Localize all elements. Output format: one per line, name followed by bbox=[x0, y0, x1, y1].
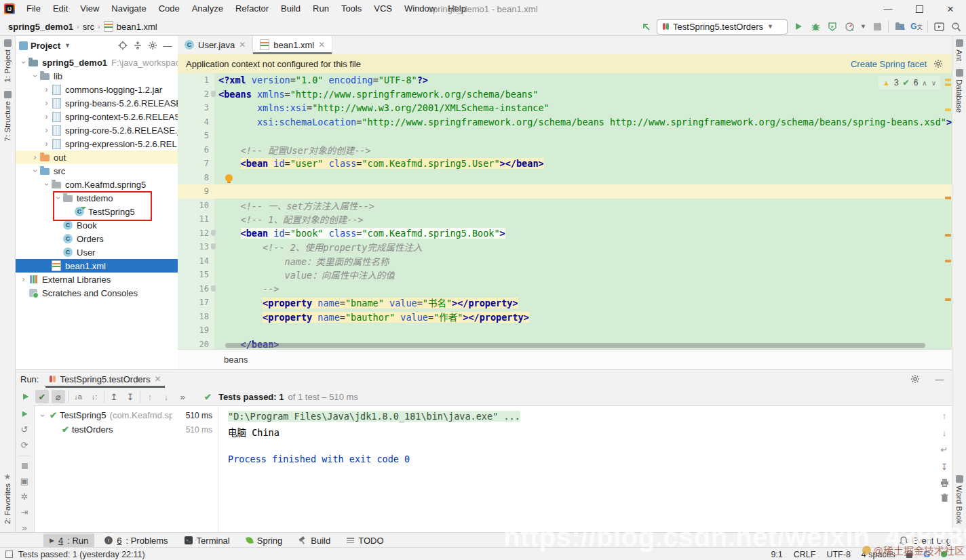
code-line-11[interactable]: 11 <!-- 1、配置对象的创建--> bbox=[178, 212, 952, 226]
status-square-icon[interactable] bbox=[5, 551, 13, 558]
previous-test-icon[interactable]: ↑ bbox=[143, 390, 157, 403]
menu-window[interactable]: Window bbox=[398, 0, 442, 18]
project-panel-title[interactable]: Project bbox=[31, 41, 60, 51]
tree-item-spring5-demo1[interactable]: ›spring5_demo1F:\java_workspac bbox=[15, 56, 178, 69]
scroll-up-icon[interactable]: ↑ bbox=[942, 411, 947, 421]
clear-console-icon[interactable] bbox=[941, 494, 948, 502]
stripe-button-7-structure[interactable]: 7: Structure bbox=[0, 87, 15, 145]
test-node-testorders[interactable]: ✔testOrders510 ms bbox=[34, 422, 218, 437]
close-icon[interactable]: ✕ bbox=[239, 40, 246, 49]
gutter-marker-icon[interactable] bbox=[211, 285, 216, 292]
tree-item-spring-core-5-2-6-release-j[interactable]: ›spring-core-5.2.6.RELEASE.j bbox=[15, 123, 178, 137]
event-log-button[interactable]: Event Log bbox=[900, 536, 951, 546]
gutter-marker-icon[interactable] bbox=[211, 230, 216, 236]
run-settings-gear-icon[interactable] bbox=[909, 373, 921, 385]
tree-item-testdemo[interactable]: ›testdemo bbox=[15, 191, 178, 205]
stripe-button-word-book[interactable]: Word Book bbox=[952, 471, 966, 528]
tree-item-bean1-xml[interactable]: bean1.xml bbox=[15, 259, 178, 273]
thread-dump-icon[interactable]: ▣ bbox=[18, 476, 31, 486]
menu-edit[interactable]: Edit bbox=[47, 0, 74, 18]
stripe-mark[interactable] bbox=[945, 260, 951, 262]
sort-alphabetically-icon[interactable]: ↓a bbox=[71, 390, 85, 403]
print-icon[interactable] bbox=[940, 479, 949, 487]
rerun-icon[interactable] bbox=[19, 390, 33, 403]
breadcrumb-item-bean1-xml[interactable]: bean1.xml bbox=[117, 22, 157, 32]
menu-help[interactable]: Help bbox=[442, 0, 472, 18]
code-line-14[interactable]: 14 name：类里面的属性名称 bbox=[178, 254, 952, 268]
stripe-button-ant[interactable]: Ant bbox=[952, 35, 966, 65]
collapse-all-icon[interactable] bbox=[132, 39, 144, 52]
code-line-13[interactable]: 13 <!-- 2、使用property完成属性注入 bbox=[178, 240, 952, 254]
code-line-19[interactable]: 19 bbox=[178, 323, 952, 338]
stripe-mark[interactable] bbox=[945, 234, 951, 237]
code-line-4[interactable]: 4 xsi:schemaLocation="http://www.springf… bbox=[178, 115, 952, 129]
translate-icon[interactable]: G文 bbox=[910, 20, 923, 33]
tree-item-lib[interactable]: ›lib bbox=[15, 69, 178, 83]
tool-tab-4-run[interactable]: ▶4: Run bbox=[43, 534, 94, 547]
tree-item-scratches-and-consoles[interactable]: Scratches and Consoles bbox=[15, 286, 178, 300]
menu-file[interactable]: File bbox=[20, 0, 47, 18]
project-view-chevron-icon[interactable]: ▼ bbox=[64, 42, 71, 49]
sort-by-duration-icon[interactable]: ↓: bbox=[88, 390, 101, 403]
gutter-marker-icon[interactable] bbox=[211, 243, 216, 249]
tree-item-out[interactable]: ›out bbox=[15, 151, 178, 164]
file-encoding[interactable]: UTF-8 bbox=[826, 550, 850, 559]
tree-item-commons-logging-1-2-jar[interactable]: ›commons-logging-1.2.jar bbox=[15, 83, 178, 96]
menu-navigate[interactable]: Navigate bbox=[105, 0, 152, 18]
debug-button[interactable] bbox=[809, 20, 822, 33]
gutter-marker-icon[interactable] bbox=[211, 91, 216, 97]
rerun-failed-icon[interactable]: ↺ bbox=[18, 424, 31, 435]
code-line-17[interactable]: 17 <property name="bname" value="书名"></p… bbox=[178, 296, 952, 310]
tool-tab-build[interactable]: Build bbox=[292, 534, 336, 547]
code-line-9[interactable]: 9 bbox=[178, 184, 952, 199]
scroll-to-end-icon[interactable]: ↧ bbox=[941, 462, 948, 472]
more-actions-icon[interactable]: » bbox=[176, 390, 189, 403]
tree-item-com-keafmd-spring5[interactable]: ›com.Keafmd.spring5 bbox=[15, 178, 178, 191]
run-configuration-select[interactable]: TestSpring5.testOrders ▼ bbox=[657, 19, 788, 35]
tree-item-orders[interactable]: COrders bbox=[15, 232, 178, 245]
code-line-3[interactable]: 3 xmlns:xsi="http://www.w3.org/2001/XMLS… bbox=[178, 101, 952, 115]
inspections-widget[interactable]: ▲3 ✔6 ∧ ∨ bbox=[878, 76, 940, 89]
stripe-button-2-favorites[interactable]: ★2: Favorites bbox=[0, 469, 15, 528]
expand-all-icon[interactable]: ↥ bbox=[107, 390, 121, 403]
stripe-mark[interactable] bbox=[945, 108, 951, 111]
import-tests-icon[interactable]: ⇥ bbox=[18, 507, 31, 517]
auto-test-toggle-icon[interactable]: ⟳ bbox=[18, 440, 31, 450]
tree-item-book[interactable]: CBook bbox=[15, 218, 178, 232]
menu-tools[interactable]: Tools bbox=[335, 0, 368, 18]
tool-tab-todo[interactable]: TODO bbox=[341, 534, 389, 547]
run-tab[interactable]: TestSpring5.testOrders ✕ bbox=[45, 370, 165, 388]
stripe-mark[interactable] bbox=[945, 79, 951, 81]
breadcrumb-item-spring5-demo1[interactable]: spring5_demo1 bbox=[8, 22, 73, 32]
notification-gear-icon[interactable] bbox=[932, 58, 944, 70]
code-line-15[interactable]: 15 value：向属性中注入的值 bbox=[178, 268, 952, 282]
collapse-all-icon[interactable]: ↧ bbox=[123, 390, 137, 403]
show-passed-toggle[interactable]: ✔ bbox=[35, 390, 49, 403]
tree-item-spring-beans-5-2-6-release[interactable]: ›spring-beans-5.2.6.RELEASE bbox=[15, 96, 178, 110]
hide-panel-icon[interactable]: — bbox=[161, 39, 174, 52]
close-icon[interactable]: ✕ bbox=[318, 40, 325, 49]
settings-gear-icon[interactable] bbox=[147, 39, 159, 52]
code-line-10[interactable]: 10 <!-- 一、set方法注入属性--> bbox=[178, 199, 952, 213]
next-test-icon[interactable]: ↓ bbox=[159, 390, 173, 403]
tool-tab-6-problems[interactable]: !6: Problems bbox=[98, 534, 174, 547]
close-icon[interactable]: ✕ bbox=[154, 374, 161, 384]
tree-item-external-libraries[interactable]: ›External Libraries bbox=[15, 273, 178, 286]
status-message[interactable]: Tests passed: 1 (yesterday 22:11) bbox=[18, 550, 145, 559]
project-structure-icon[interactable] bbox=[893, 20, 906, 33]
stripe-mark[interactable] bbox=[945, 83, 951, 86]
stripe-button-database[interactable]: Database bbox=[952, 65, 966, 117]
nav-back-arrow-icon[interactable] bbox=[640, 20, 652, 33]
test-node-testspring5[interactable]: ›✔TestSpring5(com.Keafmd.sprin510 ms bbox=[34, 408, 218, 422]
tree-item-spring-expression-5-2-6-rel[interactable]: ›spring-expression-5.2.6.REL bbox=[15, 137, 178, 151]
stripe-mark[interactable] bbox=[945, 298, 951, 301]
tool-tab-spring[interactable]: Spring bbox=[240, 534, 289, 547]
line-separator[interactable]: CRLF bbox=[794, 550, 816, 559]
locate-file-icon[interactable] bbox=[117, 39, 129, 52]
editor-tab-user-java[interactable]: CUser.java✕ bbox=[178, 35, 253, 54]
menu-analyze[interactable]: Analyze bbox=[186, 0, 229, 18]
indent-setting[interactable]: 4 spaces bbox=[862, 550, 895, 559]
tree-item-spring-context-5-2-6-releas[interactable]: ›spring-context-5.2.6.RELEAS bbox=[15, 110, 178, 123]
next-problem-icon[interactable]: ∨ bbox=[931, 79, 936, 87]
minimize-button[interactable]: — bbox=[872, 0, 904, 18]
